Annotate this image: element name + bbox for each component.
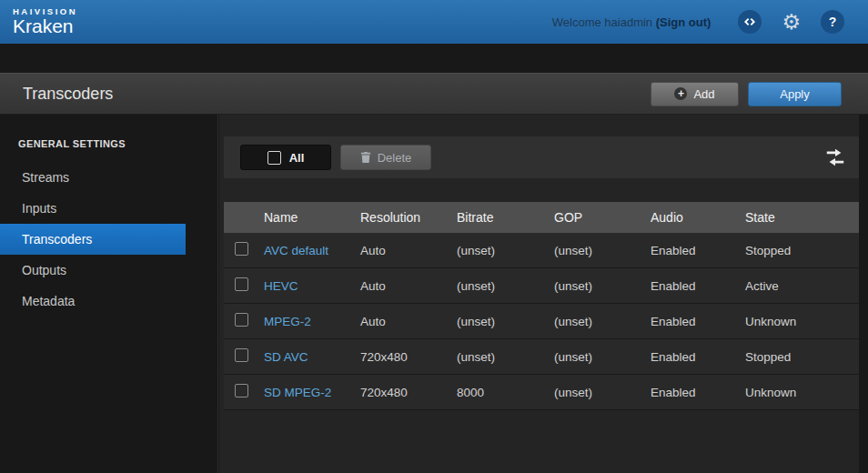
trash-icon	[360, 151, 371, 164]
table-row: MPEG-2 Auto (unset) (unset) Enabled Unkn…	[224, 304, 859, 339]
brand-kraken: Kraken	[13, 16, 77, 36]
transcoder-name-link[interactable]: MPEG-2	[264, 315, 360, 328]
sidebar-item-inputs[interactable]: Inputs	[0, 193, 186, 224]
row-checkbox-cell	[224, 384, 264, 400]
apply-button-label: Apply	[780, 87, 810, 101]
table-row: SD AVC 720x480 (unset) (unset) Enabled S…	[224, 339, 859, 375]
cell-bitrate: (unset)	[457, 244, 554, 257]
row-checkbox[interactable]	[235, 277, 248, 291]
sidebar: GENERAL SETTINGS Streams Inputs Transcod…	[0, 115, 218, 473]
cell-bitrate: 8000	[457, 386, 554, 399]
app-window: HAIVISION Kraken Welcome haiadmin (Sign …	[0, 0, 868, 473]
refresh-icon	[824, 146, 846, 168]
row-checkbox[interactable]	[235, 313, 248, 327]
row-checkbox-cell	[224, 242, 264, 258]
row-checkbox[interactable]	[235, 348, 248, 362]
cell-audio: Enabled	[651, 350, 745, 364]
help-button[interactable]: ?	[821, 10, 844, 34]
select-all-button[interactable]: All	[240, 145, 331, 170]
row-checkbox-cell	[224, 313, 264, 329]
table-row: HEVC Auto (unset) (unset) Enabled Active	[224, 268, 859, 304]
cell-audio: Enabled	[651, 315, 745, 328]
transcoders-table: Name Resolution Bitrate GOP Audio State …	[224, 202, 859, 410]
status-button[interactable]	[738, 10, 762, 34]
column-header-bitrate: Bitrate	[457, 210, 554, 225]
table-header: Name Resolution Bitrate GOP Audio State	[224, 202, 859, 233]
row-checkbox[interactable]	[235, 242, 248, 256]
sidebar-item-metadata[interactable]: Metadata	[0, 286, 186, 317]
column-header-gop: GOP	[554, 210, 651, 225]
top-bar: HAIVISION Kraken Welcome haiadmin (Sign …	[0, 0, 868, 44]
help-icon: ?	[829, 15, 837, 29]
delete-button[interactable]: Delete	[340, 145, 431, 170]
transcoder-name-link[interactable]: SD AVC	[264, 350, 360, 364]
cell-gop: (unset)	[554, 386, 651, 399]
cell-audio: Enabled	[651, 279, 745, 293]
table-row: SD MPEG-2 720x480 8000 (unset) Enabled U…	[224, 375, 859, 410]
top-bar-right: Welcome haiadmin (Sign out) ⚙ ?	[552, 10, 868, 34]
cell-bitrate: (unset)	[457, 315, 554, 328]
cell-gop: (unset)	[554, 279, 651, 293]
cell-resolution: Auto	[360, 279, 457, 293]
cell-resolution: 720x480	[360, 386, 457, 399]
sidebar-item-streams[interactable]: Streams	[0, 162, 186, 193]
cell-state: Stopped	[745, 244, 859, 257]
sign-out-link[interactable]: (Sign out)	[656, 15, 712, 29]
cell-bitrate: (unset)	[457, 350, 554, 364]
refresh-button[interactable]	[824, 146, 846, 168]
cell-state: Unknown	[745, 315, 859, 328]
cell-gop: (unset)	[554, 244, 651, 257]
cell-gop: (unset)	[554, 315, 651, 328]
cell-bitrate: (unset)	[457, 279, 554, 293]
transcoder-name-link[interactable]: SD MPEG-2	[264, 386, 360, 399]
chevrons-icon	[742, 15, 757, 29]
cell-gop: (unset)	[554, 350, 651, 364]
select-all-checkbox[interactable]	[267, 151, 281, 165]
sidebar-item-transcoders[interactable]: Transcoders	[0, 224, 186, 255]
row-checkbox-cell	[224, 348, 264, 365]
cell-resolution: Auto	[360, 315, 457, 328]
cell-audio: Enabled	[651, 386, 745, 399]
table-row: AVC default Auto (unset) (unset) Enabled…	[224, 233, 859, 268]
select-all-label: All	[289, 151, 305, 165]
delete-button-label: Delete	[378, 151, 412, 165]
column-header-audio: Audio	[651, 210, 745, 225]
main-content: All Delete Name Resolution Bitrate	[219, 115, 859, 473]
row-checkbox-cell	[224, 277, 264, 294]
page-header: Transcoders + Add Apply	[0, 73, 868, 115]
cell-audio: Enabled	[651, 244, 745, 257]
plus-circle-icon: +	[674, 87, 687, 100]
transcoder-name-link[interactable]: HEVC	[264, 279, 360, 293]
page-title: Transcoders	[0, 85, 113, 104]
cell-resolution: 720x480	[360, 350, 457, 364]
cell-state: Unknown	[745, 386, 859, 399]
welcome-user-label: Welcome haiadmin	[552, 15, 652, 29]
sidebar-section-label: GENERAL SETTINGS	[0, 115, 217, 162]
column-header-state: State	[745, 210, 859, 225]
header-actions: + Add Apply	[651, 82, 868, 106]
welcome-text: Welcome haiadmin (Sign out)	[552, 15, 712, 29]
add-button[interactable]: + Add	[651, 82, 739, 106]
column-header-resolution: Resolution	[360, 210, 457, 225]
cell-state: Active	[745, 279, 859, 293]
table-toolbar: All Delete	[224, 136, 859, 178]
transcoder-name-link[interactable]: AVC default	[264, 244, 360, 257]
cell-resolution: Auto	[360, 244, 457, 257]
sidebar-item-outputs[interactable]: Outputs	[0, 255, 186, 286]
apply-button[interactable]: Apply	[748, 82, 842, 106]
column-header-name: Name	[264, 210, 360, 225]
add-button-label: Add	[693, 87, 714, 101]
app-logo[interactable]: HAIVISION Kraken	[0, 6, 77, 36]
cell-state: Stopped	[745, 350, 859, 364]
row-checkbox[interactable]	[235, 384, 248, 398]
gear-icon: ⚙	[782, 10, 801, 34]
settings-button[interactable]: ⚙	[782, 12, 801, 33]
